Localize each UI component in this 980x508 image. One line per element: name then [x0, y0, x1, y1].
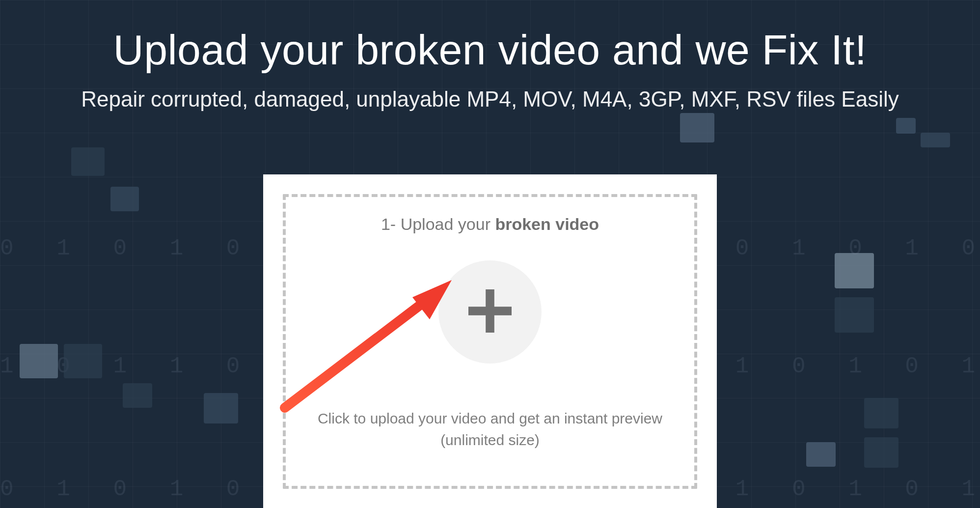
upload-step-prefix: 1- Upload your — [381, 215, 495, 233]
upload-instructions: Click to upload your video and get an in… — [318, 408, 662, 451]
hero-section: Upload your broken video and we Fix It! … — [0, 26, 980, 112]
upload-step-bold: broken video — [495, 215, 599, 233]
upload-card: 1- Upload your broken video Click to upl… — [263, 174, 717, 508]
upload-instruction-line2: (unlimited size) — [318, 429, 662, 451]
decor-square — [921, 133, 950, 147]
decor-square — [64, 344, 102, 378]
decor-square — [680, 113, 714, 142]
decor-square — [864, 437, 898, 468]
decor-square — [806, 442, 836, 467]
decor-square — [123, 383, 152, 408]
decor-square — [71, 147, 105, 176]
page-title: Upload your broken video and we Fix It! — [0, 26, 980, 74]
upload-dropzone[interactable]: 1- Upload your broken video Click to upl… — [283, 194, 697, 489]
decor-square — [204, 393, 238, 423]
decor-square — [864, 398, 898, 428]
page-subtitle: Repair corrupted, damaged, unplayable MP… — [0, 87, 980, 112]
upload-add-button[interactable] — [438, 260, 542, 364]
plus-icon — [463, 284, 517, 340]
decor-square — [110, 187, 139, 211]
svg-rect-1 — [468, 307, 512, 315]
decor-square — [835, 297, 874, 333]
decor-square — [896, 118, 916, 134]
upload-instruction-line1: Click to upload your video and get an in… — [318, 408, 662, 429]
decor-square — [20, 344, 58, 378]
upload-step-label: 1- Upload your broken video — [381, 215, 599, 234]
decor-square — [835, 253, 874, 288]
